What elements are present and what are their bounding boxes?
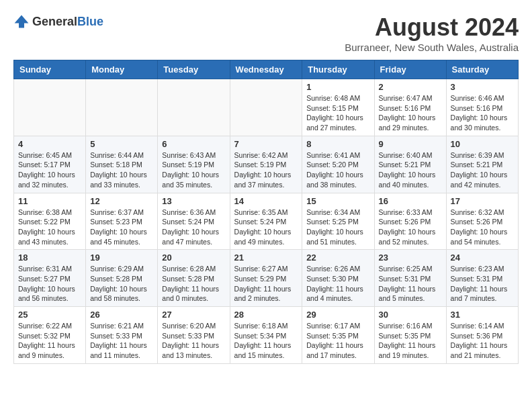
calendar-cell: 1Sunrise: 6:48 AM Sunset: 5:15 PM Daylig… bbox=[302, 79, 374, 136]
calendar-week-row: 4Sunrise: 6:45 AM Sunset: 5:17 PM Daylig… bbox=[14, 136, 519, 193]
calendar-week-row: 11Sunrise: 6:38 AM Sunset: 5:22 PM Dayli… bbox=[14, 193, 519, 250]
day-info: Sunrise: 6:18 AM Sunset: 5:34 PM Dayligh… bbox=[234, 321, 298, 361]
calendar-cell: 31Sunrise: 6:14 AM Sunset: 5:36 PM Dayli… bbox=[446, 307, 518, 364]
day-info: Sunrise: 6:35 AM Sunset: 5:24 PM Dayligh… bbox=[234, 208, 298, 247]
page-header: GeneralBlue August 2024 Burraneer, New S… bbox=[13, 13, 519, 53]
svg-marker-0 bbox=[15, 15, 29, 28]
month-year-title: August 2024 bbox=[345, 13, 519, 42]
day-number: 7 bbox=[234, 139, 298, 149]
day-info: Sunrise: 6:14 AM Sunset: 5:36 PM Dayligh… bbox=[451, 321, 514, 361]
weekday-header-wednesday: Wednesday bbox=[230, 60, 302, 79]
day-info: Sunrise: 6:45 AM Sunset: 5:17 PM Dayligh… bbox=[18, 150, 81, 190]
day-number: 26 bbox=[90, 310, 153, 320]
calendar-cell: 25Sunrise: 6:22 AM Sunset: 5:32 PM Dayli… bbox=[14, 307, 86, 364]
day-info: Sunrise: 6:32 AM Sunset: 5:26 PM Dayligh… bbox=[451, 208, 514, 247]
day-info: Sunrise: 6:25 AM Sunset: 5:31 PM Dayligh… bbox=[379, 264, 442, 304]
calendar-table: SundayMondayTuesdayWednesdayThursdayFrid… bbox=[13, 60, 519, 364]
calendar-cell: 20Sunrise: 6:28 AM Sunset: 5:28 PM Dayli… bbox=[158, 250, 230, 307]
day-number: 29 bbox=[306, 310, 369, 320]
day-info: Sunrise: 6:27 AM Sunset: 5:29 PM Dayligh… bbox=[234, 264, 298, 304]
day-number: 13 bbox=[162, 196, 225, 206]
calendar-cell: 26Sunrise: 6:21 AM Sunset: 5:33 PM Dayli… bbox=[86, 307, 158, 364]
calendar-cell: 30Sunrise: 6:16 AM Sunset: 5:35 PM Dayli… bbox=[374, 307, 446, 364]
day-number: 11 bbox=[18, 196, 81, 206]
day-number: 5 bbox=[90, 139, 153, 149]
day-info: Sunrise: 6:20 AM Sunset: 5:33 PM Dayligh… bbox=[162, 321, 225, 361]
day-number: 4 bbox=[18, 139, 81, 149]
calendar-cell: 12Sunrise: 6:37 AM Sunset: 5:23 PM Dayli… bbox=[86, 193, 158, 250]
day-number: 9 bbox=[379, 139, 442, 149]
day-info: Sunrise: 6:44 AM Sunset: 5:18 PM Dayligh… bbox=[90, 150, 153, 190]
day-number: 2 bbox=[379, 82, 442, 92]
day-number: 22 bbox=[306, 253, 369, 263]
calendar-week-row: 1Sunrise: 6:48 AM Sunset: 5:15 PM Daylig… bbox=[14, 79, 519, 136]
calendar-cell: 4Sunrise: 6:45 AM Sunset: 5:17 PM Daylig… bbox=[14, 136, 86, 193]
weekday-header-thursday: Thursday bbox=[302, 60, 374, 79]
day-info: Sunrise: 6:23 AM Sunset: 5:31 PM Dayligh… bbox=[451, 264, 514, 304]
calendar-cell: 7Sunrise: 6:42 AM Sunset: 5:19 PM Daylig… bbox=[230, 136, 302, 193]
logo-icon bbox=[13, 13, 30, 30]
calendar-cell: 3Sunrise: 6:46 AM Sunset: 5:16 PM Daylig… bbox=[446, 79, 518, 136]
calendar-cell: 11Sunrise: 6:38 AM Sunset: 5:22 PM Dayli… bbox=[14, 193, 86, 250]
day-number: 15 bbox=[306, 196, 369, 206]
calendar-cell: 5Sunrise: 6:44 AM Sunset: 5:18 PM Daylig… bbox=[86, 136, 158, 193]
calendar-cell: 23Sunrise: 6:25 AM Sunset: 5:31 PM Dayli… bbox=[374, 250, 446, 307]
day-number: 18 bbox=[18, 253, 81, 263]
calendar-header-row: SundayMondayTuesdayWednesdayThursdayFrid… bbox=[14, 60, 519, 79]
calendar-cell: 17Sunrise: 6:32 AM Sunset: 5:26 PM Dayli… bbox=[446, 193, 518, 250]
day-info: Sunrise: 6:28 AM Sunset: 5:28 PM Dayligh… bbox=[162, 264, 225, 304]
day-number: 10 bbox=[451, 139, 514, 149]
calendar-cell: 28Sunrise: 6:18 AM Sunset: 5:34 PM Dayli… bbox=[230, 307, 302, 364]
weekday-header-saturday: Saturday bbox=[446, 60, 518, 79]
day-number: 1 bbox=[306, 82, 369, 92]
day-info: Sunrise: 6:31 AM Sunset: 5:27 PM Dayligh… bbox=[18, 264, 81, 304]
calendar-cell: 10Sunrise: 6:39 AM Sunset: 5:21 PM Dayli… bbox=[446, 136, 518, 193]
day-number: 12 bbox=[90, 196, 153, 206]
calendar-cell bbox=[86, 79, 158, 136]
day-number: 23 bbox=[379, 253, 442, 263]
day-info: Sunrise: 6:22 AM Sunset: 5:32 PM Dayligh… bbox=[18, 321, 81, 361]
calendar-cell: 24Sunrise: 6:23 AM Sunset: 5:31 PM Dayli… bbox=[446, 250, 518, 307]
day-number: 6 bbox=[162, 139, 225, 149]
day-number: 17 bbox=[451, 196, 514, 206]
calendar-cell: 19Sunrise: 6:29 AM Sunset: 5:28 PM Dayli… bbox=[86, 250, 158, 307]
day-number: 14 bbox=[234, 196, 298, 206]
calendar-cell: 29Sunrise: 6:17 AM Sunset: 5:35 PM Dayli… bbox=[302, 307, 374, 364]
calendar-cell bbox=[158, 79, 230, 136]
calendar-cell: 8Sunrise: 6:41 AM Sunset: 5:20 PM Daylig… bbox=[302, 136, 374, 193]
day-info: Sunrise: 6:17 AM Sunset: 5:35 PM Dayligh… bbox=[306, 321, 369, 361]
day-info: Sunrise: 6:26 AM Sunset: 5:30 PM Dayligh… bbox=[306, 264, 369, 304]
day-number: 31 bbox=[451, 310, 514, 320]
day-number: 3 bbox=[451, 82, 514, 92]
day-number: 16 bbox=[379, 196, 442, 206]
day-info: Sunrise: 6:16 AM Sunset: 5:35 PM Dayligh… bbox=[379, 321, 442, 361]
day-info: Sunrise: 6:38 AM Sunset: 5:22 PM Dayligh… bbox=[18, 208, 81, 247]
day-number: 25 bbox=[18, 310, 81, 320]
day-number: 30 bbox=[379, 310, 442, 320]
calendar-cell: 15Sunrise: 6:34 AM Sunset: 5:25 PM Dayli… bbox=[302, 193, 374, 250]
day-info: Sunrise: 6:41 AM Sunset: 5:20 PM Dayligh… bbox=[306, 150, 369, 190]
day-info: Sunrise: 6:42 AM Sunset: 5:19 PM Dayligh… bbox=[234, 150, 298, 190]
day-number: 19 bbox=[90, 253, 153, 263]
calendar-cell: 16Sunrise: 6:33 AM Sunset: 5:26 PM Dayli… bbox=[374, 193, 446, 250]
weekday-header-sunday: Sunday bbox=[14, 60, 86, 79]
calendar-week-row: 18Sunrise: 6:31 AM Sunset: 5:27 PM Dayli… bbox=[14, 250, 519, 307]
day-info: Sunrise: 6:36 AM Sunset: 5:24 PM Dayligh… bbox=[162, 208, 225, 247]
calendar-cell: 14Sunrise: 6:35 AM Sunset: 5:24 PM Dayli… bbox=[230, 193, 302, 250]
calendar-cell: 13Sunrise: 6:36 AM Sunset: 5:24 PM Dayli… bbox=[158, 193, 230, 250]
logo: GeneralBlue bbox=[13, 13, 103, 30]
title-area: August 2024 Burraneer, New South Wales, … bbox=[345, 13, 519, 53]
calendar-cell bbox=[14, 79, 86, 136]
calendar-cell bbox=[230, 79, 302, 136]
day-info: Sunrise: 6:46 AM Sunset: 5:16 PM Dayligh… bbox=[451, 93, 514, 133]
day-info: Sunrise: 6:48 AM Sunset: 5:15 PM Dayligh… bbox=[306, 93, 369, 133]
day-info: Sunrise: 6:39 AM Sunset: 5:21 PM Dayligh… bbox=[451, 150, 514, 190]
day-number: 21 bbox=[234, 253, 298, 263]
calendar-cell: 27Sunrise: 6:20 AM Sunset: 5:33 PM Dayli… bbox=[158, 307, 230, 364]
weekday-header-monday: Monday bbox=[86, 60, 158, 79]
day-number: 8 bbox=[306, 139, 369, 149]
calendar-cell: 9Sunrise: 6:40 AM Sunset: 5:21 PM Daylig… bbox=[374, 136, 446, 193]
day-info: Sunrise: 6:40 AM Sunset: 5:21 PM Dayligh… bbox=[379, 150, 442, 190]
day-number: 28 bbox=[234, 310, 298, 320]
day-info: Sunrise: 6:34 AM Sunset: 5:25 PM Dayligh… bbox=[306, 208, 369, 247]
